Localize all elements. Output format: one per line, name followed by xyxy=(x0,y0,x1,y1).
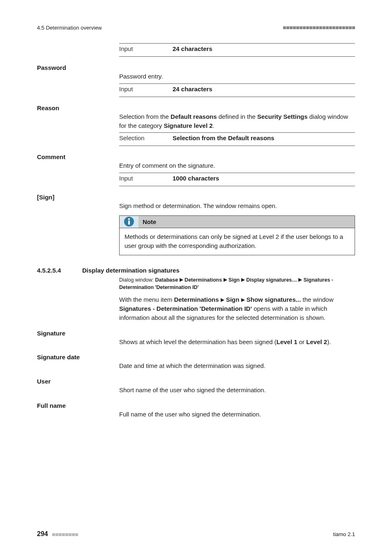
field-label-comment: Comment xyxy=(37,153,355,160)
row-label-selection: Selection xyxy=(119,134,173,141)
field-label-sign: [Sign] xyxy=(37,194,355,201)
info-icon xyxy=(120,216,138,228)
running-header: 4.5 Determination overview xyxy=(37,25,102,31)
decorative-bar-icon xyxy=(283,26,355,29)
row-value-1000chars: 1000 characters xyxy=(173,175,355,182)
field-body-user: Short name of the user who signed the de… xyxy=(119,386,355,395)
svg-point-1 xyxy=(128,218,130,220)
row-value-selection-default: Selection from the Default reasons xyxy=(173,134,355,141)
row-value-24chars: 24 characters xyxy=(173,86,355,92)
dialog-window-path: Dialog window: Database ▶ Determinations… xyxy=(119,276,355,291)
svg-rect-2 xyxy=(128,221,130,225)
note-title: Note xyxy=(138,216,355,228)
menu-description: With the menu item Determinations ▶ Sign… xyxy=(119,295,355,322)
field-body-reason: Selection from the Default reasons defin… xyxy=(119,112,355,130)
decorative-bar-icon xyxy=(52,533,78,536)
page-number: 294 xyxy=(37,530,48,537)
field-body-signature: Shows at which level the determination h… xyxy=(119,338,355,347)
field-label-reason: Reason xyxy=(37,104,355,111)
note-body: Methods or determinations can only be si… xyxy=(120,228,355,255)
product-name: tiamo 2.1 xyxy=(333,531,355,537)
note-box: Note Methods or determinations can only … xyxy=(119,215,355,256)
section-number: 4.5.2.5.4 xyxy=(37,267,82,274)
section-title: Display determination signatures xyxy=(82,267,180,274)
field-label-signature-date: Signature date xyxy=(37,354,355,361)
field-body-fullname: Full name of the user who signed the det… xyxy=(119,410,355,419)
row-label-input: Input xyxy=(119,175,173,182)
row-label-input: Input xyxy=(119,86,173,92)
row-label-input: Input xyxy=(119,45,173,52)
field-body-signature-date: Date and time at which the determination… xyxy=(119,361,355,370)
field-body-sign: Sign method or determination. The window… xyxy=(119,201,355,210)
field-label-user: User xyxy=(37,378,355,385)
field-label-password: Password xyxy=(37,64,355,71)
field-label-signature: Signature xyxy=(37,330,355,337)
field-body-comment: Entry of comment on the signature. xyxy=(119,161,355,170)
field-body-password: Password entry. xyxy=(119,72,355,81)
field-label-fullname: Full name xyxy=(37,402,355,409)
row-value-24chars: 24 characters xyxy=(173,45,355,52)
